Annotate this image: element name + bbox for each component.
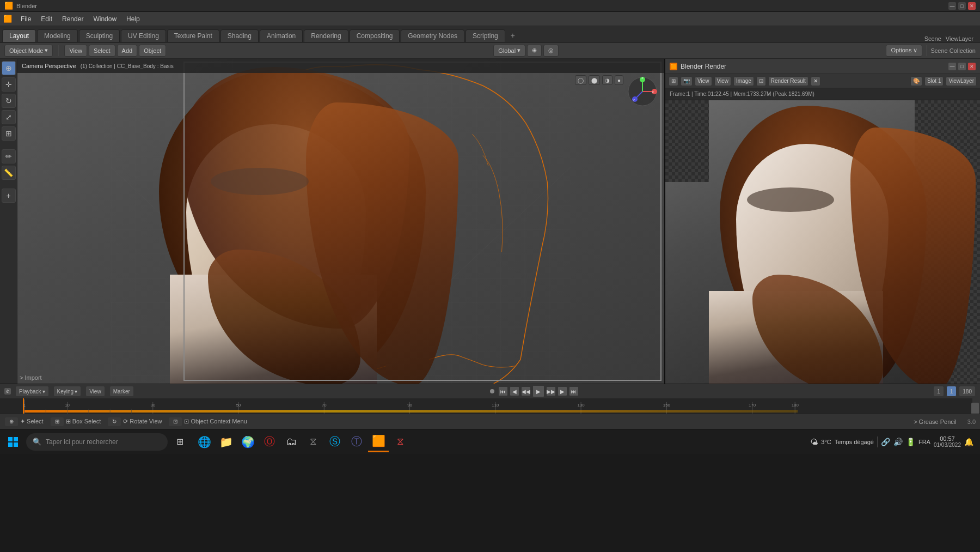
viewport-shading-wire-btn[interactable]: ◯ (575, 75, 586, 85)
viewport-shading-render-btn[interactable]: ● (615, 75, 623, 85)
render-editor-type-btn[interactable]: ⊞ (669, 76, 678, 86)
tab-modeling[interactable]: Modeling (37, 29, 78, 42)
tab-geometry-nodes[interactable]: Geometry Nodes (401, 29, 464, 42)
menu-help[interactable]: Help (122, 14, 144, 24)
render-color-btn[interactable]: 🎨 (910, 76, 922, 86)
end-frame-input[interactable]: 180 (959, 386, 976, 397)
file-manager-btn[interactable]: 🗂 (281, 432, 302, 452)
keyboard-lang[interactable]: FRA (918, 439, 930, 445)
transform-tool-btn[interactable]: ⊞ (2, 126, 16, 141)
edge-app-btn[interactable]: 🌐 (194, 432, 215, 452)
context-menu-icon-btn[interactable]: ⊡ (168, 417, 182, 427)
snap-btn[interactable]: ⊕ (527, 45, 542, 57)
menu-edit[interactable]: Edit (36, 14, 57, 24)
current-frame-input[interactable]: 1 (946, 386, 957, 397)
separator-2 (926, 45, 927, 56)
viewport-shading-solid-btn[interactable]: ⬤ (589, 75, 600, 85)
battery-icon[interactable]: 🔋 (906, 438, 915, 446)
menu-file[interactable]: File (16, 14, 35, 24)
tab-uv-editing[interactable]: UV Editing (121, 29, 166, 42)
tab-compositing[interactable]: Compositing (350, 29, 400, 42)
viewport-3d[interactable]: Camera Perspective (1) Collection | CC_B… (17, 59, 664, 384)
jump-to-start-btn[interactable]: ⏮ (498, 386, 508, 396)
tab-shading[interactable]: Shading (220, 29, 259, 42)
viewport-gizmo[interactable]: X Z Y (626, 75, 659, 108)
volume-icon[interactable]: 🔊 (893, 438, 903, 446)
timeline-marker-btn[interactable]: Marker (109, 386, 134, 397)
rotate-view-icon-btn[interactable]: ↻ (107, 417, 121, 427)
tab-sculpting[interactable]: Sculpting (79, 29, 120, 42)
rotate-tool-btn[interactable]: ↻ (2, 94, 16, 108)
timeline-ruler[interactable]: 1 10 30 50 70 90 110 130 150 170 (0, 398, 980, 414)
add-object-btn[interactable]: + (2, 189, 16, 203)
jump-to-end-btn[interactable]: ⏭ (569, 386, 579, 396)
tab-layout[interactable]: Layout (2, 29, 36, 42)
add-workspace-button[interactable]: + (506, 29, 519, 42)
blender-taskbar-btn[interactable]: 🟧 (368, 432, 389, 452)
explorer-app-btn[interactable]: 📁 (216, 432, 236, 452)
options-btn[interactable]: Options ∨ (886, 45, 922, 57)
view-menu-btn[interactable]: View (64, 45, 87, 57)
timeline-scroll-thumb[interactable] (971, 403, 979, 414)
editor-mode-dropdown[interactable]: Object Mode ▾ (4, 45, 53, 57)
menu-render[interactable]: Render (58, 14, 88, 24)
network-icon[interactable]: 🔗 (881, 438, 890, 446)
start-frame-input[interactable]: 1 (933, 386, 944, 397)
timeline-scrollbar[interactable] (972, 398, 980, 414)
notifications-btn[interactable]: 🔔 (964, 438, 973, 446)
keying-menu-btn[interactable]: Keying ▾ (53, 386, 82, 397)
play-btn[interactable]: ▶ (532, 385, 544, 397)
dropdown-icon: ▾ (45, 47, 48, 54)
render-info-bar: Frame:1 | Time:01:22.45 | Mem:1733.27M (… (665, 88, 980, 100)
chrome-app-btn[interactable]: 🌍 (237, 432, 258, 452)
render-view2-btn[interactable]: View (714, 76, 732, 86)
statusbar-icon-btn[interactable]: ⊕ (4, 417, 19, 427)
render-result-btn[interactable]: ⊡ (756, 76, 766, 86)
viewport-shading-material-btn[interactable]: ◑ (602, 75, 612, 85)
tab-texture-paint[interactable]: Texture Paint (167, 29, 219, 42)
close-button[interactable]: ✕ (968, 2, 976, 10)
timeline-view-btn[interactable]: View (85, 386, 105, 397)
menu-window[interactable]: Window (89, 14, 121, 24)
teams-btn[interactable]: Ⓣ (346, 432, 367, 452)
transform-global-btn[interactable]: Global ▾ (493, 45, 525, 57)
minimize-button[interactable]: — (948, 2, 956, 10)
tab-animation[interactable]: Animation (260, 29, 303, 42)
playback-menu-btn[interactable]: Playback ▾ (15, 386, 49, 397)
scale-tool-btn[interactable]: ⤢ (2, 110, 16, 124)
measure-btn[interactable]: 📏 (2, 166, 16, 180)
object-menu-btn[interactable]: Object (139, 45, 166, 57)
render-view1-btn[interactable]: View (695, 76, 712, 86)
render-viewlayer-btn[interactable]: ViewLayer (946, 76, 977, 86)
render-slot-btn[interactable]: Slot 1 (924, 76, 944, 86)
maximize-button[interactable]: □ (958, 2, 966, 10)
next-frame-btn[interactable]: ▶ (558, 386, 567, 396)
render-maximize-btn[interactable]: □ (958, 63, 966, 70)
skype-btn[interactable]: Ⓢ (324, 432, 345, 452)
select-menu-btn[interactable]: Select (89, 45, 115, 57)
add-menu-btn[interactable]: Add (117, 45, 138, 57)
prev-frame-btn[interactable]: ◀ (510, 386, 519, 396)
proportional-btn[interactable]: ◎ (543, 45, 559, 57)
render-close-btn2[interactable]: ✕ (811, 76, 820, 86)
cursor-tool-btn[interactable]: ⊕ (2, 61, 16, 75)
render-minimize-btn[interactable]: — (948, 63, 956, 70)
epic-btn[interactable]: ⧖ (303, 432, 323, 452)
play-reverse-btn[interactable]: ◀◀ (521, 386, 531, 396)
import-label[interactable]: > Import (20, 374, 42, 381)
tab-rendering[interactable]: Rendering (304, 29, 348, 42)
opera-app-btn[interactable]: Ⓞ (259, 432, 280, 452)
render-result-label-btn[interactable]: Render Result (768, 76, 808, 86)
render-close-btn[interactable]: ✕ (968, 63, 976, 70)
start-button[interactable] (2, 431, 24, 453)
annotate-btn[interactable]: ✏ (2, 149, 16, 163)
extra-app-btn[interactable]: ⧖ (390, 432, 411, 452)
render-image-btn[interactable]: Image (733, 76, 754, 86)
task-view-btn[interactable]: ⊞ (170, 432, 189, 452)
box-select-icon-btn[interactable]: ⊞ (50, 417, 64, 427)
move-tool-btn[interactable]: ✛ (2, 77, 16, 92)
render-camera-btn[interactable]: 📷 (681, 76, 693, 86)
tab-scripting[interactable]: Scripting (465, 29, 505, 42)
taskbar-search[interactable]: 🔍 Taper ici pour rechercher (26, 433, 168, 451)
play-forward-btn[interactable]: ▶▶ (546, 386, 556, 396)
